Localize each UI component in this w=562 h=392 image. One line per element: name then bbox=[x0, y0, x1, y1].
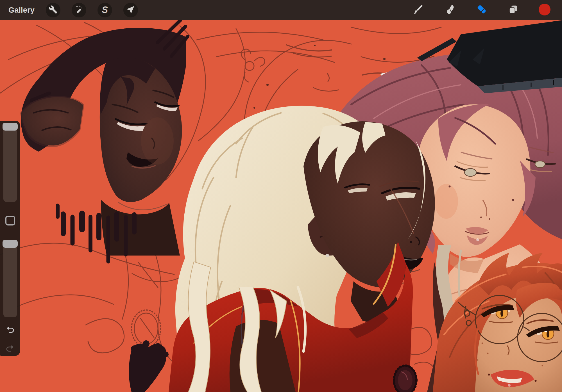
brush-size-slider-thumb[interactable] bbox=[3, 123, 18, 131]
top-toolbar: Gallery S bbox=[0, 0, 562, 20]
brush-size-slider-track[interactable] bbox=[3, 123, 17, 202]
eraser-tool-button[interactable] bbox=[475, 4, 488, 16]
canvas-artwork[interactable] bbox=[0, 20, 562, 392]
opacity-slider-thumb[interactable] bbox=[3, 240, 18, 248]
redo-arrow-icon bbox=[5, 350, 15, 354]
wrench-icon bbox=[49, 5, 58, 15]
layers-icon bbox=[507, 4, 519, 17]
selection-button[interactable]: S bbox=[98, 3, 112, 17]
actions-button[interactable] bbox=[46, 3, 60, 17]
procreate-app: Gallery S bbox=[0, 0, 562, 392]
redo-button[interactable] bbox=[5, 344, 15, 354]
adjustments-button[interactable] bbox=[72, 3, 86, 17]
drawing-canvas[interactable] bbox=[0, 20, 562, 392]
layers-button[interactable] bbox=[507, 4, 519, 16]
magic-wand-icon bbox=[74, 5, 84, 15]
transform-arrow-icon bbox=[126, 5, 135, 15]
brush-tool-button[interactable] bbox=[413, 4, 425, 16]
cameo-brooch bbox=[394, 366, 416, 392]
brush-sidebar bbox=[0, 121, 20, 356]
gallery-button[interactable]: Gallery bbox=[8, 6, 35, 15]
smudge-finger-icon bbox=[444, 4, 456, 17]
smudge-tool-button[interactable] bbox=[444, 4, 456, 16]
color-swatch-button[interactable] bbox=[538, 4, 551, 16]
paintbrush-icon bbox=[413, 3, 425, 17]
undo-button[interactable] bbox=[5, 325, 15, 335]
color-swatch-circle bbox=[538, 3, 551, 17]
modify-button[interactable] bbox=[5, 216, 15, 225]
undo-arrow-icon bbox=[5, 331, 15, 336]
selection-s-icon: S bbox=[102, 4, 108, 15]
transform-button[interactable] bbox=[123, 3, 138, 17]
eraser-icon bbox=[475, 3, 488, 17]
paint-tools-group bbox=[413, 4, 562, 16]
opacity-slider-track[interactable] bbox=[3, 240, 17, 317]
